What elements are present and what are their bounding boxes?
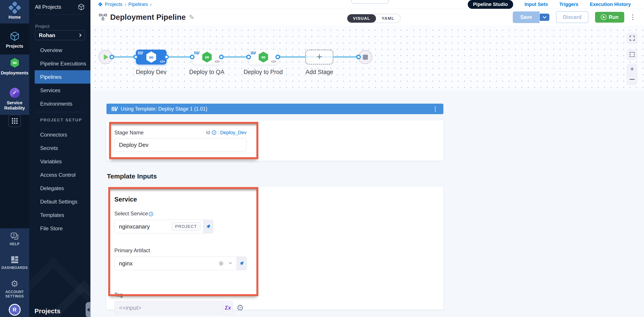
sidebar-item-delegates[interactable]: Delegates (29, 182, 90, 195)
sidebar-item-pipelines[interactable]: Pipelines (35, 70, 90, 84)
zoom-in-button[interactable]: + (627, 64, 637, 74)
nav-dashboards-label: DASHBOARDS (2, 266, 28, 270)
stage-node-deploy-to-prod[interactable]: ∞ </> (249, 50, 278, 64)
sidebar-item-secrets[interactable]: Secrets (29, 142, 90, 155)
stage-label: Deploy to Prod (237, 69, 290, 76)
sidebar-item-services[interactable]: Services (29, 84, 90, 97)
stage-port[interactable] (190, 55, 194, 59)
stage-name-label: Stage Name (114, 130, 144, 136)
stage-config-panel: Using Template: Deploy Stage 1 (1.01) ⋮ … (90, 90, 644, 317)
pipeline-canvas[interactable]: ∞ </> ∞ </> ∞ </> (90, 25, 644, 90)
multi-select-button[interactable] (627, 49, 637, 60)
save-button[interactable]: Save (513, 12, 540, 23)
breadcrumb-pipelines[interactable]: Pipelines (128, 2, 148, 7)
all-projects-cube-icon (78, 4, 85, 10)
sidebar-item-pipeline-executions[interactable]: Pipeline Executions (29, 57, 90, 70)
header-actions: Save Discard Run ⋮ (513, 12, 636, 23)
toggle-visual[interactable]: VISUAL (347, 14, 376, 22)
nav-service-reliability[interactable]: ✓ Service Reliability (0, 88, 29, 111)
sidebar-bottom-heading: Projects (34, 307, 60, 315)
deployments-hexagon-icon: ∞ (10, 58, 20, 68)
visual-yaml-toggle[interactable]: VISUAL YAML (347, 14, 400, 23)
sidebar-collapse-button[interactable] (86, 302, 91, 317)
tab-pipeline-studio[interactable]: Pipeline Studio (468, 0, 513, 9)
run-button[interactable]: Run (595, 12, 624, 22)
sidebar-item-file-store[interactable]: File Store (29, 222, 90, 235)
code-icon[interactable]: </> (160, 60, 165, 64)
module-nav-rail: Home Projects ∞ Deployments ✓ Service Re… (0, 0, 29, 317)
service-scope-badge: PROJECT (172, 222, 200, 231)
clear-icon[interactable]: ⊗ (218, 260, 224, 266)
project-section-label: Project (35, 24, 50, 29)
nav-deployments[interactable]: ∞ Deployments (0, 58, 29, 76)
zoom-out-button[interactable] (627, 74, 637, 84)
code-icon[interactable]: </> (271, 60, 276, 64)
sidebar-item-variables[interactable]: Variables (29, 155, 90, 168)
project-setup-label: PROJECT SETUP (40, 118, 82, 122)
stop-square-icon (363, 55, 368, 60)
using-template-banner[interactable]: Using Template: Deploy Stage 1 (1.01) ⋮ (106, 104, 444, 114)
sidebar-item-access-control[interactable]: Access Control (29, 168, 90, 182)
expression-button[interactable]: Σx (223, 301, 233, 314)
stage-node-deploy-to-qa[interactable]: ∞ </> (192, 50, 222, 64)
stage-id-value[interactable]: Deploy_Dev (220, 130, 246, 136)
svg-text:∞: ∞ (12, 59, 17, 66)
select-service-group: PROJECT (114, 220, 213, 233)
tag-input[interactable] (114, 301, 223, 314)
tag-settings-gear-icon[interactable]: ⚙ (236, 304, 244, 312)
info-icon[interactable]: i (149, 212, 153, 216)
toggle-yaml[interactable]: YAML (376, 14, 400, 22)
play-circle-icon (601, 14, 606, 20)
banner-kebab-menu[interactable]: ⋮ (432, 106, 438, 112)
tab-execution-history[interactable]: Execution History (590, 2, 631, 7)
add-stage-button[interactable]: + (305, 50, 334, 64)
sidebar-item-default-settings[interactable]: Default Settings (29, 195, 90, 208)
tab-triggers[interactable]: Triggers (559, 2, 578, 7)
page-header: ❖ Projects › Pipelines › Pipeline Studio… (90, 0, 644, 25)
projects-cube-icon (10, 31, 20, 41)
stage-port[interactable] (246, 55, 251, 59)
pin-artifact-button[interactable] (237, 257, 246, 270)
save-dropdown-button[interactable] (540, 14, 550, 21)
module-selector-button[interactable] (8, 114, 21, 127)
nav-user-avatar[interactable]: R (0, 304, 29, 316)
end-node-port[interactable] (356, 55, 361, 59)
code-icon[interactable]: </> (215, 60, 220, 64)
stage-port[interactable] (276, 55, 280, 59)
discard-button[interactable]: Discard (556, 12, 588, 23)
sidebar-main-menu: Overview Pipeline Executions Pipelines S… (29, 44, 90, 110)
sidebar-setup-menu: Connectors Secrets Variables Access Cont… (29, 128, 90, 235)
account-settings-gear-icon: ⚙ (11, 279, 19, 288)
project-selector[interactable]: Rohan (35, 30, 85, 40)
edit-pencil-icon[interactable]: ✎ (189, 14, 194, 21)
nav-home[interactable]: Home (0, 3, 29, 20)
nav-dashboards[interactable]: DASHBOARDS (0, 256, 29, 270)
sidebar-item-overview[interactable]: Overview (29, 44, 90, 57)
stage-node-deploy-dev[interactable]: ∞ </> (136, 50, 166, 64)
pin-service-button[interactable] (204, 220, 213, 233)
stage-port[interactable] (219, 55, 224, 59)
sidebar-item-environments[interactable]: Environments (29, 97, 90, 110)
svg-text:?: ? (13, 234, 15, 237)
nav-help[interactable]: ? HELP (0, 232, 29, 246)
breadcrumb-projects[interactable]: Projects (105, 2, 122, 7)
info-icon[interactable]: i (212, 130, 216, 135)
svg-text:∞: ∞ (149, 54, 154, 60)
stage-name-input[interactable] (114, 138, 246, 152)
chevron-down-icon (542, 15, 546, 18)
sidebar-item-templates[interactable]: Templates (29, 208, 90, 222)
tab-input-sets[interactable]: Input Sets (524, 2, 548, 7)
fit-to-screen-button[interactable] (627, 33, 637, 43)
start-node-port[interactable] (110, 55, 114, 59)
all-projects-row[interactable]: All Projects (29, 0, 90, 14)
nav-account-settings[interactable]: ⚙ ACCOUNT SETTINGS (0, 279, 29, 298)
stage-port[interactable] (134, 55, 138, 59)
nav-help-label: HELP (10, 242, 20, 246)
nav-deployments-label: Deployments (1, 70, 28, 76)
sidebar-item-connectors[interactable]: Connectors (29, 128, 90, 142)
header-kebab-menu[interactable]: ⋮ (630, 14, 636, 20)
deploy-stage-icon: ∞ (145, 51, 158, 63)
stage-port[interactable] (164, 55, 169, 59)
nav-projects[interactable]: Projects (0, 31, 29, 49)
primary-artifact-label: Primary Artifact (114, 248, 444, 254)
